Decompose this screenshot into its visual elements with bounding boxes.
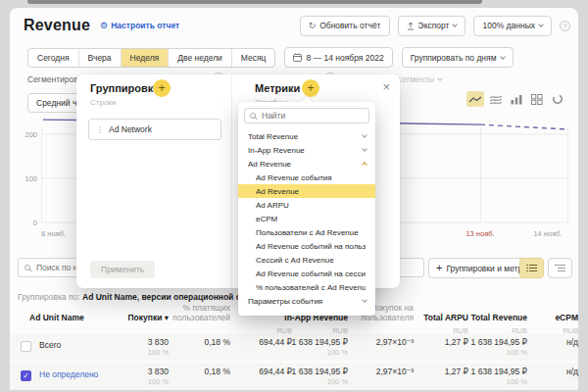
cell-subvalue: 100 % (443, 377, 527, 386)
metric-item-label: Ad Revenue (248, 160, 291, 169)
groupings-title: Группировки (90, 82, 160, 94)
help-icon[interactable]: ? (560, 21, 570, 31)
column-header-ecpm[interactable]: eCPM (500, 314, 578, 323)
apply-button[interactable]: Применить (90, 261, 155, 278)
cell-subvalue: 100 % (264, 348, 348, 357)
row-label: Всего (39, 340, 61, 350)
metric-item-2[interactable]: In-App Revenue (238, 143, 375, 157)
add-grouping-button[interactable]: + (153, 79, 171, 97)
line-chart-button[interactable] (466, 91, 484, 107)
metric-item-13[interactable]: Параметры события (238, 294, 375, 308)
period-tab-2[interactable]: Вчера (79, 49, 122, 67)
metric-item-11[interactable]: Ad Revenue событий на сессию (238, 267, 375, 280)
chevron-down-icon (538, 22, 544, 27)
groupings-subtitle: Строки (90, 98, 116, 107)
period-tabs: СегодняВчераНеделяДве неделиМесяц (27, 48, 275, 68)
x-axis-tick: 8 нояб. (41, 229, 80, 238)
metric-item-10[interactable]: Сессий с Ad Revenue (238, 253, 375, 267)
metric-item-label: Total Revenue (248, 132, 298, 141)
metric-item-12[interactable]: % пользователей с Ad Revenue (238, 280, 375, 294)
metric-item-4[interactable]: Ad Revenue события (238, 171, 375, 184)
tree-view-icon (555, 264, 565, 272)
modal-divider (231, 74, 232, 288)
chevron-down-icon (500, 54, 506, 60)
metric-item-1[interactable]: Total Revenue (238, 129, 375, 143)
column-header-%-платящих-пользователей[interactable]: % платящих пользователей (152, 304, 230, 323)
cell-value: н/д (566, 337, 578, 347)
search-icon (250, 113, 256, 119)
group-by-days-button[interactable]: Группировать по дням (402, 47, 514, 68)
period-tab-1[interactable]: Сегодня (28, 49, 79, 67)
cell-subvalue: 100 % (84, 377, 169, 386)
search-icon (24, 265, 30, 270)
metric-item-label: Ad Revenue (256, 187, 299, 196)
metric-item-label: Параметры события (248, 297, 322, 306)
refresh-report-button[interactable]: ↻ Обновить отчёт (300, 16, 390, 36)
table-row: ✓Не определено3 830100 %0,18 %694,44 ₽1 … (10, 363, 578, 390)
metric-item-6[interactable]: Ad ARPU (238, 198, 375, 212)
view-toggles (519, 258, 572, 278)
stacked-area-chart-button[interactable] (487, 91, 505, 107)
donut-chart-button[interactable] (549, 91, 566, 107)
cell-value: н/д (566, 367, 578, 376)
tree-view-button[interactable] (548, 258, 572, 278)
cell: н/д (494, 367, 578, 376)
metric-item-label: Сессий с Ad Revenue (256, 256, 334, 265)
metrics-dropdown: Total RevenueIn-App RevenueAd RevenueAd … (238, 102, 375, 316)
metric-item-label: Ad ARPU (256, 201, 289, 210)
metric-item-label: eCPM (256, 215, 277, 223)
period-row: СегодняВчераНеделяДве неделиМесяц 8 — 14… (27, 47, 514, 68)
refresh-icon: ↻ (309, 21, 317, 30)
chevron-down-icon (438, 75, 444, 81)
chevron-down-icon (362, 132, 368, 138)
y-axis-tick: 0 (16, 219, 37, 227)
page-title: Revenue (24, 17, 90, 34)
chevron-down-icon (453, 22, 459, 27)
grid-chart-icon (531, 94, 543, 105)
export-icon (407, 22, 415, 30)
row-checkbox[interactable]: ✓ (21, 370, 31, 381)
cell-subvalue: 100 % (443, 348, 527, 357)
sampling-button[interactable]: 100% данных (473, 16, 552, 36)
metric-item-label: Ad Revenue событий на пользовате… (256, 242, 366, 251)
chevron-down-icon (362, 297, 368, 303)
metric-item-7[interactable]: eCPM (238, 212, 375, 225)
chart-type-switcher (466, 91, 566, 107)
plus-icon: + (436, 262, 442, 273)
metric-item-label: % пользователей с Ad Revenue (256, 283, 366, 292)
drag-handle-icon[interactable]: ⋮ (96, 125, 103, 134)
y-axis-tick: 200 (16, 130, 37, 139)
metric-item-label: Пользователи с Ad Revenue (256, 228, 359, 237)
close-icon[interactable]: × (380, 78, 392, 95)
metric-item-8[interactable]: Пользователи с Ad Revenue (238, 225, 375, 239)
gear-icon: ⚙ (100, 21, 108, 30)
metric-item-label: Ad Revenue событий на сессию (256, 270, 366, 278)
table-row: Всего3 830100 %0,18 %694,44 ₽1 638 194,9… (10, 333, 578, 361)
list-view-icon (526, 264, 537, 272)
grid-chart-button[interactable] (528, 91, 546, 107)
add-metric-button[interactable]: + (302, 79, 319, 97)
period-tab-3[interactable]: Неделя (122, 49, 170, 67)
metrics-list: Total RevenueIn-App RevenueAd RevenueAd … (238, 129, 375, 308)
chevron-down-icon (362, 146, 368, 152)
export-button[interactable]: Экспорт (398, 16, 466, 36)
metrics-title: Метрики (255, 82, 300, 94)
cell-subvalue: 100 % (84, 348, 169, 357)
x-axis-tick: 14 нояб. (523, 229, 572, 238)
metrics-search[interactable] (244, 108, 369, 123)
date-range-button[interactable]: 8 — 14 ноября 2022 (284, 47, 392, 68)
period-tab-4[interactable]: Две недели (169, 49, 232, 67)
metrics-search-input[interactable] (260, 110, 372, 122)
metric-item-3[interactable]: Ad Revenue (238, 157, 375, 171)
configure-report-link[interactable]: ⚙ Настроить отчет (100, 21, 179, 30)
report-header: Revenue ⚙ Настроить отчет ↻ Обновить отч… (24, 14, 570, 37)
metric-item-5[interactable]: Ad Revenue (238, 184, 375, 198)
stacked-area-chart-icon (489, 94, 503, 105)
cell: н/д (494, 337, 578, 347)
period-tab-5[interactable]: Месяц (232, 49, 275, 67)
grouping-item-ad-network[interactable]: ⋮ Ad Network (88, 119, 221, 140)
list-view-button[interactable] (519, 258, 544, 278)
metric-item-9[interactable]: Ad Revenue событий на пользовате… (238, 239, 375, 253)
bar-chart-button[interactable] (508, 91, 525, 107)
row-checkbox[interactable] (21, 341, 31, 352)
